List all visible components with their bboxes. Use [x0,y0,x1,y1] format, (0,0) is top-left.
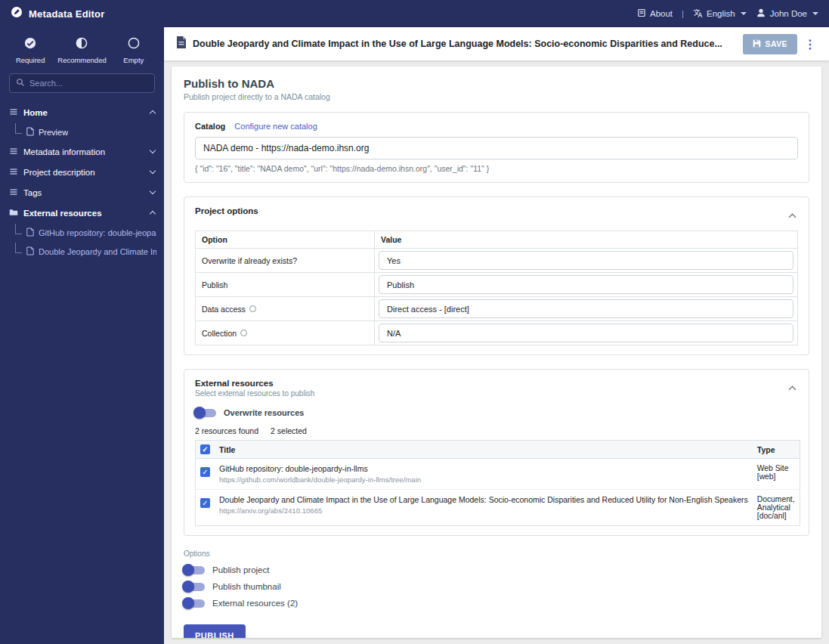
resource-checkbox[interactable] [200,467,210,477]
option-value-select[interactable] [379,324,793,342]
file-icon [26,127,34,138]
resources-found-text: 2 resources found [195,426,258,435]
sidebar-item-resource-paper[interactable]: Double Jeopardy and Climate Impac [0,242,164,261]
tree-connector [15,243,22,253]
toggle-switch[interactable] [184,583,205,591]
app-window: Metadata Editor About | English [0,0,829,644]
option-label: Collection [202,329,237,338]
save-button-label: SAVE [766,39,787,48]
publish-project-toggle[interactable]: Publish project [184,565,809,574]
configure-catalog-link[interactable]: Configure new catalog [234,122,317,131]
app-logo-icon [11,6,23,21]
publish-card: Publish to NADA Publish project directly… [172,67,821,638]
resource-url[interactable]: https://arxiv.org/abs/2410.10665 [219,506,748,515]
resource-type: Web Site [web] [753,459,800,490]
status-legend: Required Recommended Empty [5,36,159,64]
project-options-section: Project options Option Value [184,197,809,355]
toggle-label: Overwrite resources [224,408,304,417]
column-header-value: Value [375,231,798,249]
page-title: Publish to NADA [184,77,809,90]
section-title: Project options [195,206,258,215]
option-value-select[interactable] [379,299,793,318]
user-icon [756,8,766,20]
about-icon [637,8,646,19]
option-label: Publish [202,280,227,289]
resource-title: Double Jeopardy and Climate Impact in th… [219,495,748,504]
toggle-label: Publish project [212,565,269,574]
save-button[interactable]: SAVE [743,34,797,54]
sidebar-item-label: Project description [23,168,95,177]
sidebar-item-metadata-information[interactable]: Metadata information [0,141,164,162]
external-resources-section: External resources Select external resou… [184,369,809,536]
option-value-select[interactable] [379,251,793,270]
document-icon [176,36,187,51]
overwrite-resources-toggle[interactable]: Overwrite resources [195,408,798,417]
help-icon [249,305,256,312]
translate-icon [693,8,703,20]
table-header-row: Option Value [196,231,798,249]
chevron-down-icon [812,12,818,15]
legend-label: Required [16,56,45,64]
resource-title: GitHub repository: double-jeopardy-in-ll… [219,464,748,473]
topbar-separator: | [682,9,684,18]
collapse-chevron-icon[interactable] [787,379,798,395]
resource-row: Double Jeopardy and Climate Impact in th… [196,490,800,526]
empty-circle-icon [127,36,141,53]
sidebar-item-label: Home [23,108,48,117]
sidebar-item-tags[interactable]: Tags [0,182,164,203]
legend-label: Recommended [57,56,106,64]
kebab-menu-icon[interactable]: ⋮ [803,37,817,51]
sidebar-item-label: External resources [23,209,102,218]
resource-checkbox[interactable] [200,498,210,508]
sidebar-item-external-resources[interactable]: External resources [0,203,164,223]
topbar: Metadata Editor About | English [0,0,829,27]
collapse-chevron-icon[interactable] [787,206,798,223]
toggle-switch[interactable] [184,599,205,608]
about-link[interactable]: About [637,8,673,19]
language-label: English [707,9,735,18]
toggle-thumb [182,581,194,593]
list-icon [9,147,18,157]
catalog-helper-text: { "id": "16", "title": "NADA demo", "url… [195,164,798,173]
project-options-table: Option Value Overwrite if already exists… [195,231,798,345]
catalog-select[interactable] [195,137,798,159]
page-subtitle: Publish project directly to a NADA catal… [184,92,809,101]
external-resources-toggle[interactable]: External resources (2) [184,599,809,608]
sidebar-item-project-description[interactable]: Project description [0,162,164,182]
select-all-checkbox[interactable] [200,444,210,454]
folder-icon [9,208,18,218]
sidebar-nav: Home Preview Metadata information [0,102,164,261]
chevron-up-icon [150,211,156,217]
chevron-up-icon [150,110,156,116]
chevron-down-icon [150,188,156,194]
toggle-switch[interactable] [184,566,205,574]
options-label: Options [184,550,809,558]
sidebar-item-label: Metadata information [23,147,105,156]
language-menu[interactable]: English [693,8,747,20]
search-input[interactable] [29,79,148,88]
selected-count-text: 2 selected [271,426,307,435]
sidebar-item-preview[interactable]: Preview [0,122,164,141]
publish-button[interactable]: PUBLISH [184,624,246,638]
search-box [9,73,155,93]
list-icon [9,187,18,198]
user-menu[interactable]: John Doe [756,8,818,20]
document-title: Double Jeopardy and Climate Impact in th… [193,39,737,49]
chevron-down-icon [150,168,156,174]
option-value-select[interactable] [379,275,793,294]
sidebar-item-home[interactable]: Home [0,102,164,122]
app-brand[interactable]: Metadata Editor [11,6,105,21]
publish-thumbnail-toggle[interactable]: Publish thumbnail [184,582,809,591]
section-subtitle: Select external resources to publish [195,389,314,398]
table-row: Collection [196,321,798,345]
sidebar-item-resource-github[interactable]: GitHub repository: double-jeopardy-i [0,223,164,242]
resource-url[interactable]: https://github.com/worldbank/double-jeop… [219,475,748,484]
option-label: Data access [202,305,246,314]
option-label: Overwrite if already exists? [202,256,297,265]
toggle-switch[interactable] [195,409,216,417]
table-row: Overwrite if already exists? [196,249,798,273]
document-header: Double Jeopardy and Climate Impact in th… [164,27,829,60]
resource-type: Document, Analytical [doc/anl] [753,490,800,526]
toggle-label: External resources (2) [212,599,298,608]
tree-connector [15,224,22,234]
